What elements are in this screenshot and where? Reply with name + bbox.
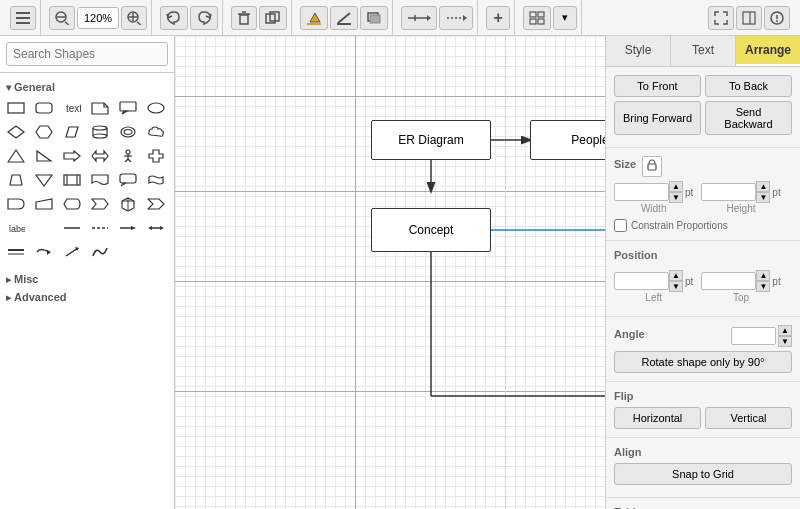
undo-button[interactable] [160, 6, 188, 30]
shape-line[interactable] [60, 217, 84, 239]
width-input[interactable]: 160 [614, 183, 669, 201]
width-down-btn[interactable]: ▼ [669, 192, 683, 203]
height-down-btn[interactable]: ▼ [756, 192, 770, 203]
zoom-out-button[interactable] [49, 6, 75, 30]
angle-up-btn[interactable]: ▲ [778, 325, 792, 336]
snap-to-grid-button[interactable]: Snap to Grid [614, 463, 792, 485]
shape-hexagon[interactable] [32, 121, 56, 143]
shape-note[interactable] [88, 97, 112, 119]
shape-rect[interactable] [4, 97, 28, 119]
svg-rect-25 [538, 12, 544, 17]
shadow-button[interactable] [360, 6, 388, 30]
height-up-btn[interactable]: ▲ [756, 181, 770, 192]
shape-diagonal-arrow[interactable] [60, 241, 84, 263]
canvas-area[interactable]: ER Diagram People Concept Matter Procedu… [175, 36, 605, 509]
shape-cube[interactable] [116, 193, 140, 215]
node-concept[interactable]: Concept [371, 208, 491, 252]
redo-button[interactable] [190, 6, 218, 30]
shape-process[interactable] [60, 169, 84, 191]
grid-button[interactable] [523, 6, 551, 30]
view-options-button[interactable]: ▾ [553, 6, 577, 30]
shape-triangle-down[interactable] [32, 169, 56, 191]
top-down-btn[interactable]: ▼ [756, 281, 770, 292]
shape-cylinder[interactable] [88, 121, 112, 143]
shape-trapezoid[interactable] [4, 169, 28, 191]
shape-arrow-line[interactable] [116, 217, 140, 239]
to-front-button[interactable]: To Front [614, 75, 701, 97]
flip-horizontal-button[interactable]: Horizontal [614, 407, 701, 429]
shape-circle-ring[interactable] [116, 121, 140, 143]
position-inputs: 480 ▲ ▼ pt Left 20 ▲ ▼ [614, 270, 792, 306]
section-advanced[interactable]: Advanced [4, 287, 170, 305]
shape-chevron[interactable] [88, 193, 112, 215]
fill-button[interactable] [300, 6, 328, 30]
angle-down-btn[interactable]: ▼ [778, 336, 792, 347]
flip-vertical-button[interactable]: Vertical [705, 407, 792, 429]
top-up-btn[interactable]: ▲ [756, 270, 770, 281]
search-input[interactable] [6, 42, 168, 66]
section-general[interactable]: General [4, 77, 170, 95]
tab-style[interactable]: Style [606, 36, 671, 66]
insert-plus-button[interactable]: + [486, 6, 510, 30]
shape-right-triangle[interactable] [32, 145, 56, 167]
shape-delay[interactable] [4, 193, 28, 215]
svg-point-32 [776, 20, 778, 22]
shape-diamond[interactable] [4, 121, 28, 143]
shape-cloud[interactable] [144, 121, 168, 143]
bring-forward-button[interactable]: Bring Forward [614, 101, 701, 135]
shape-document[interactable] [88, 169, 112, 191]
shape-manual-input[interactable] [32, 193, 56, 215]
extras-button[interactable] [764, 6, 790, 30]
lock-size-icon[interactable] [642, 156, 662, 177]
shape-actor[interactable] [116, 145, 140, 167]
node-people[interactable]: People [530, 120, 605, 160]
format-panel-button[interactable] [736, 6, 762, 30]
menu-button[interactable] [10, 6, 36, 30]
zoom-level[interactable]: 120% [77, 7, 119, 29]
shape-display[interactable] [60, 193, 84, 215]
shape-bidirectional[interactable] [144, 217, 168, 239]
tab-text[interactable]: Text [671, 36, 736, 66]
tab-arrange[interactable]: Arrange [736, 36, 800, 66]
shape-speech-bubble[interactable] [116, 169, 140, 191]
send-backward-button[interactable]: Send Backward [705, 101, 792, 135]
shape-blank[interactable] [32, 217, 56, 239]
width-up-btn[interactable]: ▲ [669, 181, 683, 192]
zoom-in-button[interactable] [121, 6, 147, 30]
shape-dashed-line[interactable] [88, 217, 112, 239]
to-back-button[interactable]: To Back [705, 75, 792, 97]
shape-cross[interactable] [144, 145, 168, 167]
duplicate-button[interactable] [259, 6, 287, 30]
connector-button[interactable] [439, 6, 473, 30]
shape-callout[interactable] [116, 97, 140, 119]
left-down-btn[interactable]: ▼ [669, 281, 683, 292]
left-input[interactable]: 480 [614, 272, 669, 290]
node-er-diagram[interactable]: ER Diagram [371, 120, 491, 160]
angle-input[interactable]: 0° [731, 327, 776, 345]
shape-ellipse[interactable] [144, 97, 168, 119]
svg-rect-98 [648, 164, 656, 170]
top-input[interactable]: 20 [701, 272, 756, 290]
shape-triangle[interactable] [4, 145, 28, 167]
shape-arrow-right[interactable] [60, 145, 84, 167]
shape-curved-line[interactable] [88, 241, 112, 263]
shape-text[interactable]: text [60, 97, 84, 119]
shape-tape[interactable] [144, 169, 168, 191]
delete-button[interactable] [231, 6, 257, 30]
shape-rounded-rect[interactable] [32, 97, 56, 119]
fullscreen-button[interactable] [708, 6, 734, 30]
section-misc[interactable]: Misc [4, 269, 170, 287]
shape-curved-arrow-r[interactable] [32, 241, 56, 263]
waypoint-button[interactable] [401, 6, 437, 30]
shape-parallelogram[interactable] [60, 121, 84, 143]
height-input[interactable]: 730 [701, 183, 756, 201]
right-panel: Style Text Arrange To Front To Back Brin… [605, 36, 800, 509]
rotate-90-button[interactable]: Rotate shape only by 90° [614, 351, 792, 373]
shape-label[interactable]: label [4, 217, 28, 239]
shape-thick-line[interactable] [4, 241, 28, 263]
shape-step[interactable] [144, 193, 168, 215]
left-up-btn[interactable]: ▲ [669, 270, 683, 281]
shape-double-arrow[interactable] [88, 145, 112, 167]
line-color-button[interactable] [330, 6, 358, 30]
constrain-checkbox[interactable] [614, 219, 627, 232]
